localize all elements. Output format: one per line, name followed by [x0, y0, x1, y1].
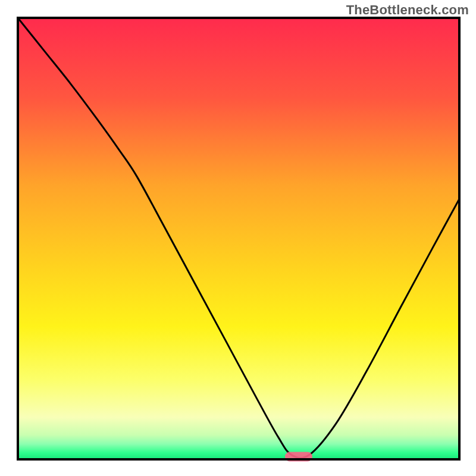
- gradient-background: [18, 18, 459, 459]
- plot-area: [18, 18, 459, 462]
- watermark-text: TheBottleneck.com: [346, 2, 469, 18]
- bottleneck-chart: [0, 0, 476, 476]
- chart-stage: TheBottleneck.com: [0, 0, 476, 476]
